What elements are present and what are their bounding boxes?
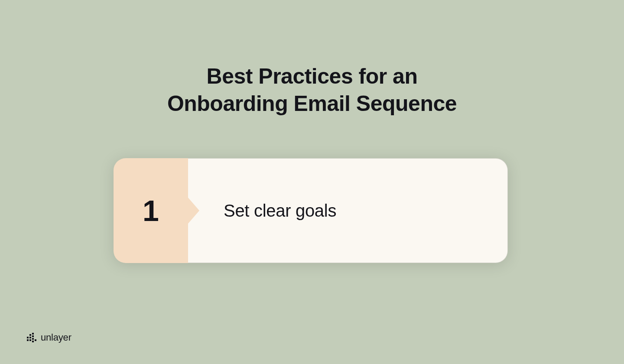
practice-number-badge: 1 <box>114 158 188 263</box>
brand-mark-icon <box>27 333 36 342</box>
practice-card: 1 Set clear goals <box>114 158 508 263</box>
heading-line-2: Onboarding Email Sequence <box>167 91 457 116</box>
heading-line-1: Best Practices for an <box>207 64 418 88</box>
brand-name: unlayer <box>41 332 72 343</box>
practice-body: Set clear goals <box>188 158 508 263</box>
practice-number: 1 <box>143 194 159 228</box>
brand-logo: unlayer <box>27 332 72 343</box>
practice-text: Set clear goals <box>224 201 336 221</box>
page-heading: Best Practices for an Onboarding Email S… <box>0 63 624 117</box>
